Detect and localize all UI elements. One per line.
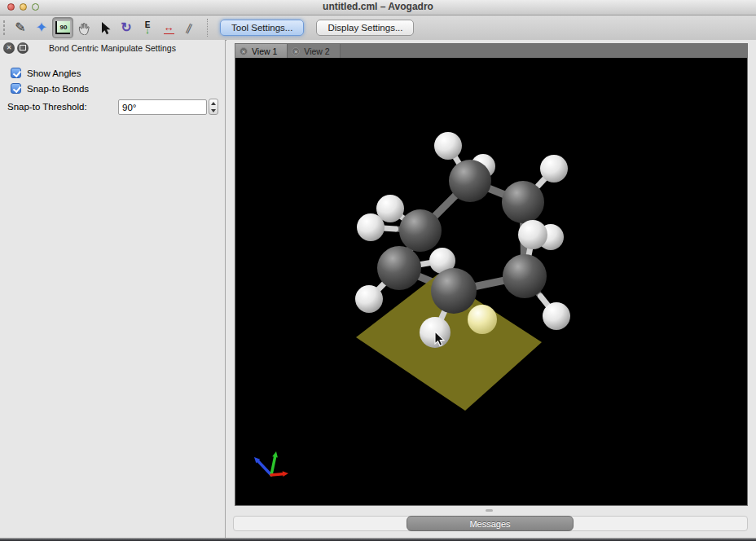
selection-tool-icon: [98, 20, 112, 35]
auto-rotate-tool-icon: ↻: [121, 21, 131, 34]
axis-arrowhead: [272, 451, 278, 458]
tool-settings-button[interactable]: Tool Settings...: [220, 20, 304, 36]
show-angles-checkbox[interactable]: [11, 68, 21, 78]
window-title: untitled.cml – Avogadro: [0, 0, 756, 14]
tab-view-2[interactable]: ✕ View 2: [288, 44, 340, 58]
zoom-window-button[interactable]: [32, 3, 39, 11]
atom-C[interactable]: [377, 246, 421, 290]
spinner-up-button[interactable]: [209, 99, 218, 107]
show-angles-label: Show Angles: [27, 68, 81, 78]
axis-arrow: [258, 461, 271, 475]
tool-settings-label: Tool Settings...: [231, 23, 292, 33]
window-bottom-edge: [0, 538, 756, 541]
axis-arrowhead: [283, 471, 288, 477]
axis-arrow: [271, 474, 283, 475]
draw-tool-button[interactable]: ✎: [10, 17, 31, 38]
spinner-down-button[interactable]: [209, 107, 218, 114]
spinner-down-icon: [211, 109, 216, 112]
toolbar-separator: [207, 19, 208, 37]
measure-tool-button[interactable]: ↔: [158, 17, 179, 38]
3d-viewport[interactable]: [235, 58, 747, 505]
spinner-up-icon: [211, 102, 216, 105]
snap-to-bonds-row: Snap-to Bonds: [11, 82, 89, 95]
atom-H[interactable]: [355, 285, 383, 313]
atom-C[interactable]: [449, 160, 491, 202]
view-tabbar: ✕ View 1 ✕ View 2: [235, 44, 747, 58]
atom-C[interactable]: [399, 209, 442, 252]
atom-C[interactable]: [502, 181, 544, 223]
measure-tool-icon: ↔: [164, 22, 174, 34]
panel-float-icon[interactable]: [17, 42, 29, 54]
auto-optimize-tool-icon: E↓: [145, 22, 151, 33]
tab-view-1[interactable]: ✕ View 1: [235, 44, 288, 58]
atom-H[interactable]: [357, 213, 385, 241]
auto-rotate-tool-button[interactable]: ↻: [116, 17, 137, 38]
atom-C[interactable]: [431, 268, 477, 314]
navigate-tool-button[interactable]: ✦: [31, 17, 52, 38]
panel-title: Bond Centric Manipulate Settings: [0, 40, 225, 57]
bond-centric-manipulate-tool-icon: 90: [55, 21, 70, 34]
manipulate-tool-icon: [77, 20, 91, 35]
draw-tool-icon: ✎: [15, 21, 25, 34]
snap-threshold-label: Snap-to Threshold:: [7, 102, 87, 112]
align-tool-button[interactable]: ∥: [179, 17, 200, 38]
snap-to-bonds-label: Snap-to Bonds: [27, 84, 89, 94]
toolbar-grip-handle[interactable]: [2, 20, 7, 36]
avogadro-window: untitled.cml – Avogadro ✎ ✦ 90 ↻ E↓ ↔ ∥ …: [0, 0, 756, 541]
align-tool-icon: ∥: [185, 22, 195, 34]
molecule-scene[interactable]: [235, 58, 747, 505]
tab-close-icon[interactable]: ✕: [292, 47, 300, 55]
atom-HY[interactable]: [468, 305, 497, 334]
tab-view-2-label: View 2: [304, 46, 329, 56]
snap-to-bonds-checkbox[interactable]: [11, 83, 21, 94]
tab-close-icon[interactable]: ✕: [240, 47, 248, 55]
bond-centric-manipulate-tool-button[interactable]: 90: [52, 17, 73, 38]
snap-threshold-input[interactable]: [118, 99, 207, 115]
snap-threshold-row: Snap-to Threshold:: [0, 99, 226, 116]
navigate-tool-icon: ✦: [36, 21, 46, 34]
snap-threshold-spinner: [209, 99, 218, 115]
messages-splitter-handle[interactable]: [486, 509, 493, 512]
atom-H[interactable]: [434, 132, 462, 160]
tool-settings-panel: ✕ Bond Centric Manipulate Settings Show …: [0, 40, 226, 538]
atom-H[interactable]: [543, 302, 570, 330]
show-angles-row: Show Angles: [11, 67, 81, 79]
atom-H[interactable]: [518, 220, 547, 249]
view-tab-widget: ✕ View 1 ✕ View 2: [235, 43, 748, 506]
auto-optimize-tool-button[interactable]: E↓: [137, 17, 158, 38]
messages-button[interactable]: Messages: [407, 516, 574, 531]
atom-C[interactable]: [503, 254, 547, 298]
panel-header: ✕ Bond Centric Manipulate Settings: [0, 40, 225, 57]
central-area: ✕ View 1 ✕ View 2: [226, 40, 756, 538]
tab-view-1-label: View 1: [252, 46, 277, 56]
panel-close-icon[interactable]: ✕: [3, 42, 15, 54]
float-square-glyph: [20, 45, 26, 51]
display-settings-label: Display Settings...: [327, 23, 402, 33]
display-settings-button[interactable]: Display Settings...: [316, 20, 414, 36]
toolbar: ✎ ✦ 90 ↻ E↓ ↔ ∥ Tool Settings... Display…: [0, 15, 756, 41]
atom-H[interactable]: [540, 155, 568, 183]
manipulate-tool-button[interactable]: [73, 17, 94, 38]
minimize-window-button[interactable]: [20, 3, 27, 11]
selection-tool-button[interactable]: [94, 17, 116, 38]
axis-arrow: [271, 457, 275, 475]
titlebar: untitled.cml – Avogadro: [0, 0, 756, 15]
close-window-button[interactable]: [7, 3, 15, 11]
